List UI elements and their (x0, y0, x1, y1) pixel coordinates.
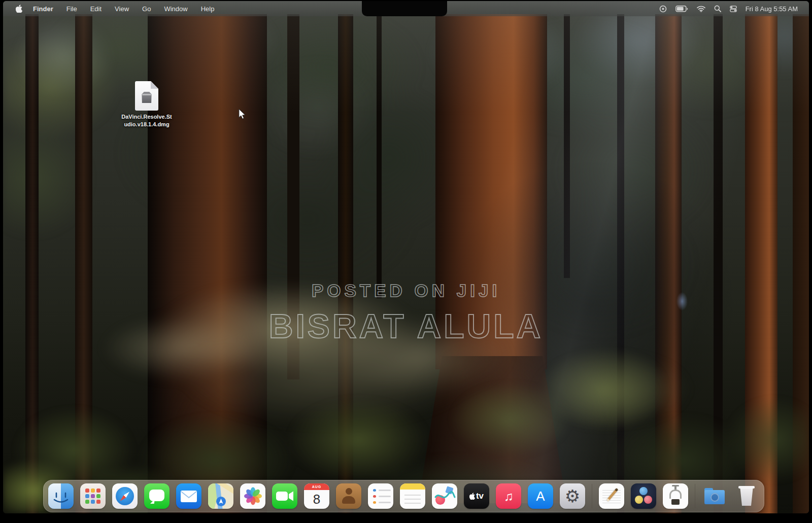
clamp-handle (672, 485, 679, 486)
pencil-icon (606, 488, 619, 502)
folder-tab (704, 488, 713, 491)
dock-facetime-icon[interactable] (272, 483, 297, 509)
compressed-box (671, 499, 680, 505)
dock-music-icon[interactable]: ♫ (496, 483, 521, 509)
textedit-ruled-paper (602, 488, 621, 505)
dock-downloads-folder-icon[interactable] (702, 483, 727, 509)
dock-davinci-resolve-icon[interactable] (631, 483, 656, 509)
dock-messages-icon[interactable] (144, 483, 170, 509)
dock-launchpad-icon[interactable] (80, 483, 106, 509)
appstore-letter: A (536, 489, 545, 504)
dock-separator (695, 484, 695, 508)
apple-menu-icon[interactable] (11, 5, 26, 13)
gear-icon: ⚙ (565, 487, 580, 505)
page-fold-icon (151, 81, 158, 89)
search-icon[interactable] (714, 5, 721, 12)
menu-edit[interactable]: Edit (84, 5, 108, 13)
desktop-file-label: DaVinci.Resolve.St udio.v18.1.4.dmg (111, 113, 182, 128)
person-silhouette-body (342, 496, 355, 504)
menu-bar-clock[interactable]: Fri 8 Aug 5:55 AM (746, 5, 798, 13)
calendar-month: AUG (304, 483, 329, 490)
dock-maps-icon[interactable] (208, 483, 233, 509)
wifi-icon[interactable] (697, 6, 705, 12)
dock-contacts-icon[interactable] (336, 483, 361, 509)
photo-of-macbook-screen: POSTED ON JIJI BISRAT ALULA Finder File … (0, 0, 812, 523)
maps-road (215, 483, 223, 509)
menu-help[interactable]: Help (194, 5, 221, 13)
folder-disk-badge (710, 493, 719, 502)
tv-label: tv (476, 491, 484, 501)
macos-desktop: POSTED ON JIJI BISRAT ALULA Finder File … (3, 1, 809, 513)
dock-photos-icon[interactable] (240, 483, 265, 509)
safari-compass (116, 487, 134, 505)
menu-window[interactable]: Window (157, 5, 194, 13)
speech-bubble-tail (150, 499, 155, 504)
davinci-blue-ball (639, 487, 648, 495)
dock-system-settings-icon[interactable]: ⚙ (560, 483, 585, 509)
notes-yellow-band (400, 483, 425, 490)
dock-appstore-icon[interactable]: A (528, 483, 553, 509)
calendar-day: 8 (304, 490, 329, 509)
menu-finder[interactable]: Finder (26, 5, 60, 13)
safari-needle (119, 491, 130, 502)
trash-rim (738, 486, 755, 489)
menu-bar-status: Fri 8 Aug 5:55 AM (659, 5, 809, 13)
menu-bar-left: Finder File Edit View Go Window Help (3, 5, 221, 13)
trash-bin (739, 488, 754, 506)
dock-mail-icon[interactable] (176, 483, 201, 509)
maps-navigation-arrow-icon (216, 497, 226, 506)
camera-notch (362, 1, 447, 16)
dock: AUG 8 (43, 480, 764, 512)
clamp-screw (674, 485, 676, 490)
clamp-frame (669, 490, 682, 499)
speech-bubble-icon (149, 490, 164, 501)
dock-safari-icon[interactable] (112, 483, 138, 509)
dock-finder-icon[interactable] (48, 483, 74, 509)
music-note-icon: ♫ (504, 489, 514, 504)
dock-calendar-icon[interactable]: AUG 8 (304, 483, 329, 509)
dock-freeform-icon[interactable] (432, 483, 457, 509)
battery-icon[interactable] (675, 6, 688, 12)
dock-reminders-icon[interactable] (368, 483, 393, 509)
menu-file[interactable]: File (60, 5, 84, 13)
photo-reflection-shadow (3, 1, 809, 513)
person-silhouette-head (346, 488, 352, 495)
maps-park-area (208, 483, 221, 509)
menu-go[interactable]: Go (136, 5, 157, 13)
folder-body (704, 490, 725, 504)
menu-view[interactable]: View (108, 5, 136, 13)
davinci-red-ball (644, 496, 652, 504)
davinci-yellow-ball (635, 496, 643, 504)
disk-image-glyph (141, 92, 153, 103)
dock-separator (592, 484, 592, 508)
power-circle-icon[interactable] (659, 5, 667, 13)
wallpaper-forest (3, 1, 809, 513)
control-center-icon[interactable] (730, 6, 737, 12)
dock-archive-utility-icon[interactable] (663, 483, 688, 509)
mouse-cursor (238, 109, 247, 122)
maps-highway (213, 483, 233, 496)
apple-logo-glyph (469, 493, 475, 500)
desktop-file-dmg[interactable]: DaVinci.Resolve.St udio.v18.1.4.dmg (111, 81, 182, 128)
dock-notes-icon[interactable] (400, 483, 425, 509)
dock-textedit-icon[interactable] (599, 483, 624, 509)
dock-tv-icon[interactable]: tv (464, 483, 489, 509)
dmg-file-icon (135, 81, 158, 111)
launchpad-grid (85, 489, 100, 504)
dock-trash-icon[interactable] (734, 483, 759, 509)
